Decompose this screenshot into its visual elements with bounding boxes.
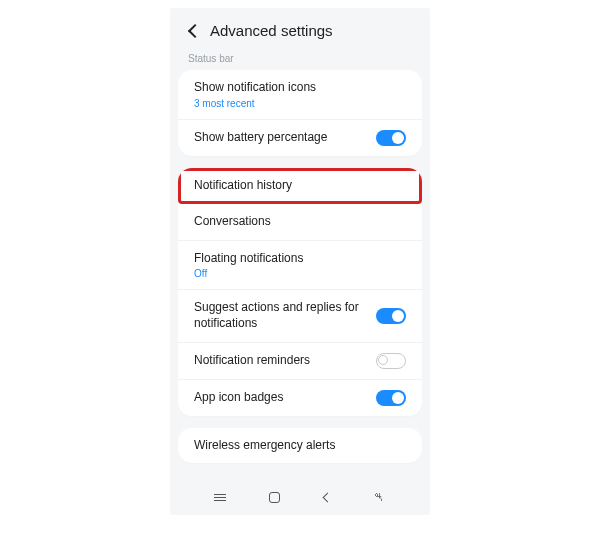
row-notification-history[interactable]: Notification history (178, 168, 422, 205)
toggle-suggest-actions[interactable] (376, 308, 406, 324)
section-label-status-bar: Status bar (170, 49, 430, 70)
toggle-battery-percentage[interactable] (376, 130, 406, 146)
row-title: Suggest actions and replies for notifica… (194, 300, 366, 331)
row-floating-notifications[interactable]: Floating notifications Off (178, 241, 422, 291)
row-title: App icon badges (194, 390, 366, 406)
navigation-bar: ⯲ (170, 485, 430, 509)
row-show-notification-icons[interactable]: Show notification icons 3 most recent (178, 70, 422, 120)
row-suggest-actions[interactable]: Suggest actions and replies for notifica… (178, 290, 422, 342)
accessibility-icon[interactable]: ⯲ (374, 491, 386, 503)
home-icon[interactable] (269, 492, 280, 503)
row-title: Show battery percentage (194, 130, 366, 146)
card-main: Notification history Conversations Float… (178, 168, 422, 416)
toggle-notification-reminders[interactable] (376, 353, 406, 369)
row-title: Notification reminders (194, 353, 366, 369)
row-notification-reminders[interactable]: Notification reminders (178, 343, 422, 380)
row-title: Conversations (194, 214, 406, 230)
card-extra: Wireless emergency alerts (178, 428, 422, 464)
recents-icon[interactable] (214, 494, 226, 501)
row-wireless-emergency-alerts[interactable]: Wireless emergency alerts (178, 428, 422, 464)
row-title: Wireless emergency alerts (194, 438, 406, 454)
row-show-battery-percentage[interactable]: Show battery percentage (178, 120, 422, 156)
header: Advanced settings (170, 8, 430, 49)
toggle-app-icon-badges[interactable] (376, 390, 406, 406)
row-conversations[interactable]: Conversations (178, 204, 422, 241)
nav-back-icon[interactable] (322, 492, 332, 502)
phone-frame: Advanced settings Status bar Show notifi… (170, 8, 430, 515)
row-title: Show notification icons (194, 80, 406, 96)
back-icon[interactable] (188, 23, 202, 37)
row-title: Floating notifications (194, 251, 406, 267)
page-title: Advanced settings (210, 22, 333, 39)
row-sub: Off (194, 268, 406, 279)
row-sub: 3 most recent (194, 98, 406, 109)
row-app-icon-badges[interactable]: App icon badges (178, 380, 422, 416)
row-title: Notification history (194, 178, 406, 194)
card-status-bar: Show notification icons 3 most recent Sh… (178, 70, 422, 156)
